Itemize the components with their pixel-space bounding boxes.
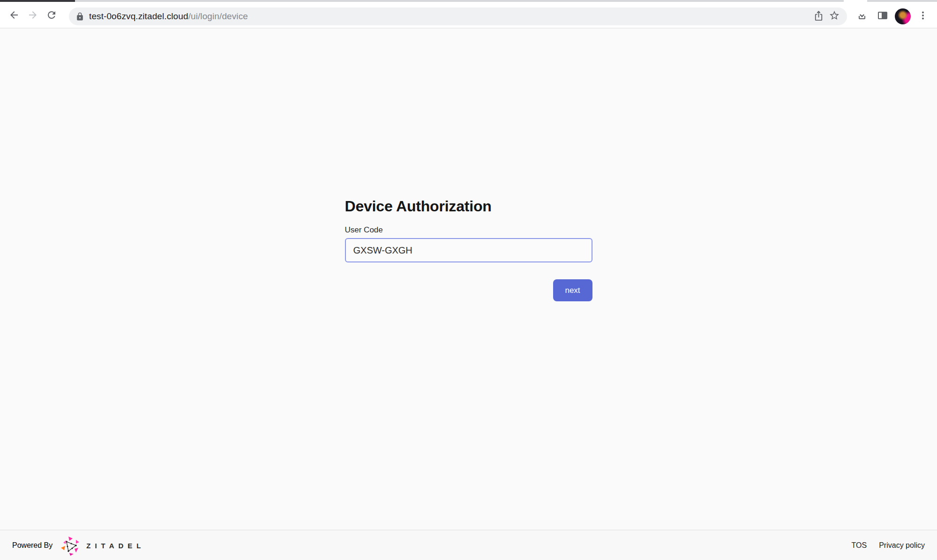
zitadel-logo-icon (60, 535, 81, 556)
zitadel-wordmark: ZITADEL (86, 541, 145, 550)
footer-links: TOS Privacy policy (852, 541, 925, 550)
form-actions: next (345, 279, 592, 301)
url-text: test-0o6zvq.zitadel.cloud/ui/login/devic… (89, 11, 248, 22)
powered-by-link[interactable]: Powered By ZITADEL (12, 535, 145, 556)
user-code-label: User Code (345, 225, 592, 235)
profile-avatar[interactable] (895, 8, 911, 24)
page-title: Device Authorization (345, 196, 592, 217)
address-bar[interactable]: test-0o6zvq.zitadel.cloud/ui/login/devic… (69, 7, 847, 25)
footer: Powered By ZITADEL TOS (0, 530, 937, 560)
reload-icon (46, 9, 57, 21)
back-button[interactable] (5, 6, 23, 24)
browser-toolbar: test-0o6zvq.zitadel.cloud/ui/login/devic… (0, 2, 937, 29)
share-icon (813, 10, 824, 23)
menu-icon (917, 10, 929, 23)
reload-button[interactable] (42, 6, 61, 24)
url-path: /ui/login/device (188, 11, 248, 21)
privacy-policy-link[interactable]: Privacy policy (879, 541, 925, 550)
side-panel-button[interactable] (874, 8, 891, 25)
toolbar-right-cluster (854, 7, 931, 25)
next-button[interactable]: next (553, 279, 592, 301)
url-host: test-0o6zvq.zitadel.cloud (89, 11, 188, 21)
user-code-input[interactable] (345, 238, 592, 262)
lock-icon[interactable] (75, 12, 84, 21)
forward-icon (27, 9, 38, 21)
tos-link[interactable]: TOS (852, 541, 867, 550)
downloads-button[interactable] (854, 8, 870, 25)
bookmark-button[interactable] (826, 8, 842, 24)
login-page: Device Authorization User Code next (0, 30, 937, 530)
download-icon (856, 10, 868, 23)
star-icon (829, 10, 840, 23)
forward-button[interactable] (23, 6, 42, 24)
share-button[interactable] (810, 8, 826, 24)
back-icon (8, 9, 20, 21)
device-auth-card: Device Authorization User Code next (345, 30, 592, 301)
browser-menu-button[interactable] (915, 8, 931, 25)
powered-by-label: Powered By (12, 541, 52, 550)
side-panel-icon (877, 10, 888, 23)
